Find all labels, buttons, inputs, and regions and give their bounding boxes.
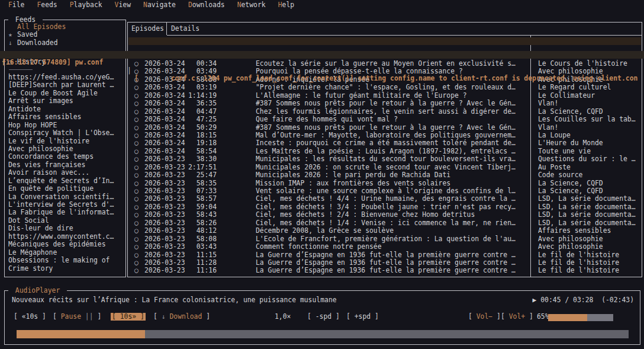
episode-date: 2026-03-24 bbox=[144, 108, 185, 116]
episode-row[interactable]: ○2026-03-2404:47Chez les fourmis légionn… bbox=[128, 108, 641, 116]
feed-item[interactable]: L’enquête de Secrets d’In… bbox=[5, 177, 125, 185]
episode-row[interactable]: ○2026-03-2358:08L'École de Francfort, pr… bbox=[128, 235, 641, 243]
episode-row[interactable]: ○2026-03-2436:35#387 Sommes nous prêts p… bbox=[128, 100, 641, 107]
episode-podcast: Vlan! bbox=[538, 124, 639, 132]
volume-percent: 65% bbox=[537, 313, 549, 321]
episode-row[interactable]: ○2026-03-2418:15Mal d’Outre-mer : Mayott… bbox=[128, 132, 641, 139]
menu-item-playback[interactable]: Playback bbox=[70, 1, 102, 9]
volume-bar[interactable] bbox=[548, 314, 613, 321]
feed-item[interactable]: Des vies françaises bbox=[5, 161, 125, 169]
feed-item[interactable]: Mécaniques des épidémies bbox=[5, 241, 125, 248]
tab-episodes[interactable]: Episodes bbox=[128, 23, 167, 35]
feed-item[interactable]: Avec philosophie bbox=[5, 145, 125, 153]
feed-item[interactable]: La Conversation scientifi… bbox=[5, 193, 125, 201]
feed-item[interactable]: Le Mégaphone bbox=[5, 249, 125, 257]
feed-item[interactable]: En quête de politique bbox=[5, 185, 125, 193]
episode-row[interactable]: ○2026-03-2358:57Ciel, mes déchets ! 4/4 … bbox=[128, 195, 641, 203]
feed-item[interactable]: Hop Hop HOPE bbox=[5, 121, 125, 129]
episode-row[interactable]: ○2026-03-2458:54Les Maîtres de la poésie… bbox=[128, 148, 641, 155]
feed-item[interactable]: https://feed.ausha.co/yeG… bbox=[5, 73, 125, 81]
episode-podcast: Avec philosophie bbox=[538, 243, 639, 251]
episode-row[interactable]: ○2026-03-2348:12Décembre 2008, la Grèce … bbox=[128, 227, 641, 235]
menu-item-help[interactable]: Help bbox=[278, 1, 294, 9]
episode-row[interactable]: ○2026-03-2419:18Inceste : pourquoi ce cr… bbox=[128, 139, 641, 147]
episode-podcast: Le Cours de l'histoire bbox=[538, 60, 639, 68]
episode-date: 2026-03-24 bbox=[144, 116, 185, 123]
feed-item[interactable]: La Fabrique de l'informat… bbox=[5, 209, 125, 216]
playback-rate: 1,0× bbox=[275, 313, 291, 321]
episode-row-selected[interactable]: ▶ ◔ 2026-03-27 03:28 Nouveaux récits sur… bbox=[128, 37, 641, 45]
episode-row[interactable]: ○2026-03-2359:04Ciel, mes déchets ! 3/4 … bbox=[128, 203, 641, 211]
episode-duration: 58:54 bbox=[182, 148, 217, 155]
episode-row[interactable]: ○2026-03-2303:43Comment fonctionne notre… bbox=[128, 243, 641, 251]
feed-item[interactable]: Le vif de l'histoire bbox=[5, 137, 125, 145]
menu-hotkey-letter: D bbox=[188, 1, 192, 9]
episode-row[interactable]: ○2026-03-2311:28La Guerre d’Espagne en 1… bbox=[128, 259, 641, 267]
pause-button[interactable]: [ Pause || ] bbox=[53, 313, 101, 321]
feed-item[interactable]: Crime story bbox=[5, 265, 125, 273]
sidebar-item-all-episodes[interactable]: All Episodes bbox=[5, 23, 125, 31]
episode-row[interactable]: ○2026-03-2358:26Ciel, mes déchets ! 1/4 … bbox=[128, 219, 641, 227]
episode-row[interactable]: ○2026-03-2325:47Municipales 2026 : le pa… bbox=[128, 171, 641, 179]
seek-forward-button[interactable]: [ 10s» ] bbox=[111, 313, 146, 321]
episode-duration: 58:26 bbox=[182, 219, 217, 227]
episode-row[interactable]: ○2026-03-232:17:51Municipales 2026 : on … bbox=[128, 164, 641, 171]
sidebar-item-saved[interactable]: ★Saved bbox=[5, 31, 125, 39]
volume-down-button[interactable]: [ Vol− ] bbox=[468, 313, 501, 321]
episode-row[interactable]: ○2026-03-2311:15La Guerre d’Espagne en 1… bbox=[128, 251, 641, 259]
feed-item[interactable]: https://www.omnycontent.c… bbox=[5, 233, 125, 241]
feed-item[interactable]: Le Coup de Boost Agile bbox=[5, 89, 125, 97]
speed-up-button[interactable]: [ +spd ] bbox=[346, 313, 379, 321]
episode-row[interactable]: ○2026-03-241:14:19L'Allemagne : le futur… bbox=[128, 92, 641, 100]
feed-item[interactable]: [DEEP]Search par Laurent … bbox=[5, 81, 125, 89]
episode-row[interactable]: ○2026-03-2358:43Ciel, mes déchets ! 2/4 … bbox=[128, 211, 641, 219]
progress-bar[interactable] bbox=[17, 330, 629, 338]
episode-row[interactable]: ○2026-03-2447:25Que faire des hommes qui… bbox=[128, 116, 641, 123]
unplayed-circle-icon: ○ bbox=[134, 235, 139, 243]
episode-title: "Projet dernière chance" : l'espace, Gos… bbox=[256, 84, 525, 91]
feed-item[interactable]: L'interview de Secrets d'… bbox=[5, 201, 125, 209]
unplayed-circle-icon: ○ bbox=[134, 259, 139, 267]
feed-item[interactable]: Dis-leur de dire bbox=[5, 225, 125, 232]
tab-details[interactable]: Details bbox=[168, 23, 203, 35]
episode-title: Que faire des hommes qui vont mal ? bbox=[256, 116, 525, 123]
feed-item[interactable]: Affaires sensibles bbox=[5, 113, 125, 121]
menu-item-file[interactable]: File bbox=[8, 1, 24, 9]
feed-item[interactable]: Antidote bbox=[5, 105, 125, 113]
unplayed-circle-icon: ○ bbox=[134, 251, 139, 259]
feed-item[interactable]: Conspiracy Watch | L'Obse… bbox=[5, 129, 125, 137]
menu-item-label: ownloads bbox=[192, 1, 225, 9]
episode-date: 2026-03-23 bbox=[144, 235, 185, 243]
episode-row[interactable]: ○2026-03-2338:30Municipales : les résult… bbox=[128, 155, 641, 163]
episode-row[interactable]: ○2026-03-2403:19"Projet dernière chance"… bbox=[128, 84, 641, 91]
speed-down-button[interactable]: [ -spd ] bbox=[307, 313, 340, 321]
bracket-close: ] bbox=[202, 312, 210, 321]
bracket-open: [ bbox=[14, 312, 22, 321]
episode-row[interactable]: ○2026-03-2311:16La Guerre d’Espagne en 1… bbox=[128, 267, 641, 274]
menu-item-view[interactable]: View bbox=[115, 1, 131, 9]
episode-date: 2026-03-24 bbox=[144, 132, 185, 139]
download-button[interactable]: [ ↓ Download ] bbox=[153, 313, 210, 321]
episode-date: 2026-03-23 bbox=[144, 267, 185, 274]
volume-up-button[interactable]: [ Vol+ ] bbox=[501, 313, 533, 321]
menu-item-label: etwork bbox=[242, 1, 266, 9]
menu-item-downloads[interactable]: Downloads bbox=[188, 1, 225, 9]
sidebar-item-downloaded[interactable]: ↓Downloaded bbox=[5, 39, 125, 47]
episode-date: 2026-03-23 bbox=[144, 259, 185, 267]
seek-back-button[interactable]: [ «10s ] bbox=[14, 313, 46, 321]
feed-item[interactable]: Dot Social bbox=[5, 217, 125, 225]
feed-item[interactable]: Arrêt sur images bbox=[5, 97, 125, 105]
menu-item-network[interactable]: Network bbox=[237, 1, 266, 9]
feed-item[interactable]: Avoir raison avec... bbox=[5, 169, 125, 177]
episode-row[interactable]: ○2026-03-2307:33Vent solaire : une sourc… bbox=[128, 187, 641, 195]
menu-item-navigate[interactable]: Navigate bbox=[143, 1, 176, 9]
bracket-close: ] bbox=[94, 312, 102, 321]
episode-podcast: Affaires sensibles bbox=[538, 227, 639, 235]
feed-item[interactable]: Obsessions : le making of bbox=[5, 257, 125, 264]
menu-item-feeds[interactable]: Feeds bbox=[37, 1, 57, 9]
unplayed-circle-icon: ○ bbox=[134, 203, 139, 211]
feed-item[interactable]: Concordance des temps bbox=[5, 153, 125, 161]
episode-row[interactable]: ○2026-03-2400:34Écoutez la série sur la … bbox=[128, 60, 641, 68]
episode-row[interactable]: ○2026-03-2450:29#387 Sommes nous prêts p… bbox=[128, 124, 641, 132]
episode-row[interactable]: ○2026-03-2358:35Mission IMAP : aux front… bbox=[128, 180, 641, 187]
